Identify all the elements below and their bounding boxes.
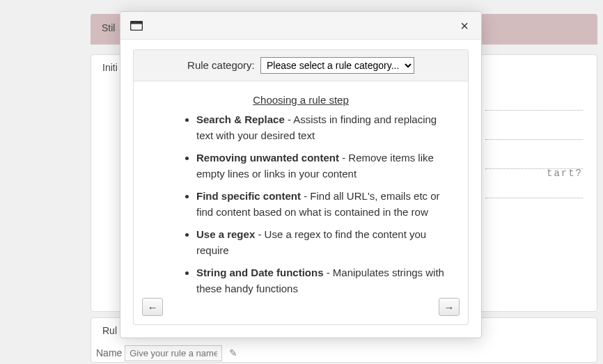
category-label: Rule category: [187,59,255,71]
modal-backdrop: × Rule category: Please select a rule ca… [0,0,603,364]
rule-category-select[interactable]: Please select a rule category... [260,57,414,74]
category-bar: Rule category: Please select a rule cate… [134,50,468,81]
list-item: Use a regex - Use a regex to find the co… [196,227,447,258]
close-button[interactable]: × [457,17,471,34]
modal-body: Rule category: Please select a rule cate… [133,49,469,325]
svg-rect-1 [131,21,143,24]
rule-category-modal: × Rule category: Please select a rule ca… [120,11,482,338]
list-item: String and Date functions - Manipulates … [196,265,447,296]
item-title: Use a regex [196,228,255,240]
item-title: Find specific content [196,190,301,202]
list-item: Removing unwanted content - Remove items… [196,150,447,182]
item-title: Search & Replace [196,113,285,125]
modal-header: × [120,12,481,40]
item-title: Removing unwanted content [196,152,339,164]
next-button[interactable]: → [439,298,460,316]
choosing-rule-step-link[interactable]: Choosing a rule step [253,94,349,106]
item-title: String and Date functions [196,267,324,278]
list-item: Find specific content - Find all URL's, … [196,189,447,220]
choosing-link-wrap: Choosing a rule step [134,94,468,106]
rule-type-list: Search & Replace - Assists in finding an… [169,112,447,296]
arrow-left-icon: ← [148,301,158,313]
arrow-right-icon: → [444,301,455,313]
list-item: Search & Replace - Assists in finding an… [196,112,447,143]
prev-button[interactable]: ← [142,298,163,316]
window-icon [130,21,143,31]
